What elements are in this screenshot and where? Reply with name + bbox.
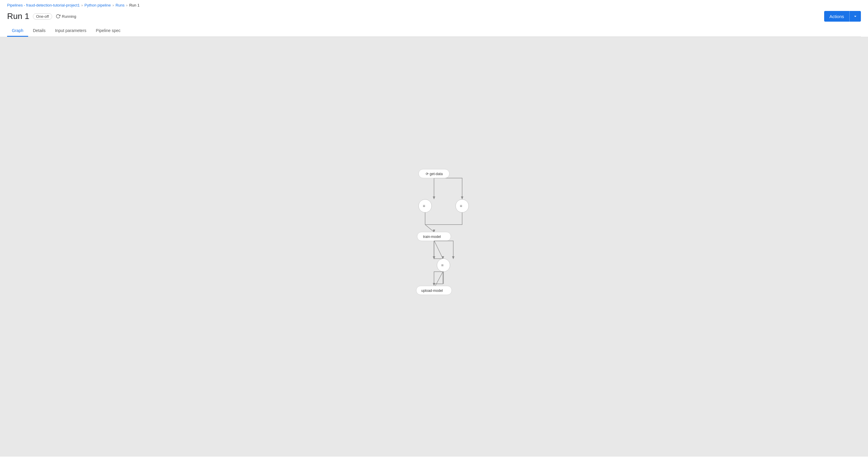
breadcrumb: Pipelines - fraud-detection-tutorial-pro… [7, 3, 861, 7]
page-title: Run 1 [7, 11, 29, 21]
svg-text:upload-model: upload-model [421, 288, 443, 293]
tab-input-parameters[interactable]: Input parameters [50, 25, 91, 37]
running-badge: Running [56, 14, 76, 19]
graph-area: ⟳ get-data ≡ ≡ train-model ≡ [0, 37, 868, 457]
tab-graph[interactable]: Graph [7, 25, 28, 37]
running-icon [56, 14, 60, 19]
breadcrumb-pipelines[interactable]: Pipelines - fraud-detection-tutorial-pro… [7, 3, 80, 7]
breadcrumb-current: Run 1 [129, 3, 140, 7]
top-bar: Pipelines - fraud-detection-tutorial-pro… [0, 0, 868, 37]
svg-text:≡: ≡ [460, 204, 462, 208]
svg-marker-23 [452, 256, 455, 259]
svg-text:⟳ get-data: ⟳ get-data [426, 172, 443, 176]
breadcrumb-sep-2: › [113, 3, 114, 7]
actions-button[interactable]: Actions [824, 11, 861, 22]
svg-text:≡: ≡ [423, 204, 425, 208]
svg-text:≡: ≡ [441, 263, 443, 268]
svg-marker-6 [461, 196, 463, 199]
tab-details[interactable]: Details [28, 25, 50, 37]
svg-line-3 [434, 240, 443, 259]
tabs: Graph Details Input parameters Pipeline … [7, 25, 861, 37]
breadcrumb-python-pipeline[interactable]: Python pipeline [85, 3, 111, 7]
page-header-left: Run 1 One-off Running [7, 11, 76, 21]
page-header: Run 1 One-off Running Actions [7, 11, 861, 25]
svg-text:train-model: train-model [423, 235, 441, 239]
breadcrumb-sep-1: › [82, 3, 83, 7]
tab-pipeline-spec[interactable]: Pipeline spec [91, 25, 125, 37]
svg-marker-26 [433, 283, 435, 286]
oneoff-badge: One-off [33, 13, 52, 20]
breadcrumb-runs[interactable]: Runs [116, 3, 124, 7]
pipeline-svg: ⟳ get-data ≡ ≡ train-model ≡ [375, 161, 493, 333]
breadcrumb-sep-3: › [126, 3, 127, 7]
actions-button-label: Actions [824, 11, 849, 21]
svg-line-2 [425, 225, 434, 232]
actions-dropdown-arrow[interactable] [849, 11, 861, 21]
svg-marker-5 [433, 196, 435, 199]
